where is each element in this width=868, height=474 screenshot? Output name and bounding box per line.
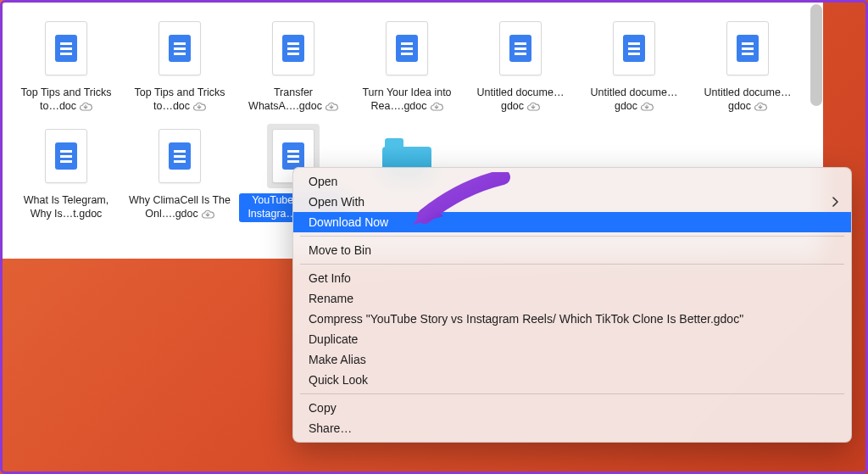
gdoc-icon: [40, 124, 92, 188]
chevron-right-icon: [832, 197, 839, 207]
file-item[interactable]: Untitled docume…gdoc: [691, 13, 804, 120]
file-label: Turn Your Idea into Rea….gdoc: [353, 86, 461, 114]
file-item[interactable]: Top Tips and Tricks to…doc: [123, 13, 236, 120]
gdoc-icon: [608, 16, 660, 81]
file-item[interactable]: Why ClimaCell Is The Onl….gdoc: [123, 120, 236, 228]
menu-rename[interactable]: Rename: [293, 288, 851, 309]
file-item[interactable]: Untitled docume…gdoc: [577, 13, 691, 120]
file-label: Why ClimaCell Is The Onl….gdoc: [125, 193, 234, 221]
gdoc-icon: [494, 16, 547, 81]
gdoc-icon: [153, 124, 206, 188]
menu-quick-look[interactable]: Quick Look: [293, 370, 851, 390]
gdoc-icon: [267, 16, 320, 81]
scrollbar[interactable]: [810, 4, 822, 106]
cloud-download-icon: [325, 100, 338, 114]
menu-separator: [300, 236, 844, 237]
menu-separator: [300, 393, 844, 394]
menu-separator: [300, 264, 844, 265]
menu-share[interactable]: Share…: [293, 418, 851, 438]
menu-move-to-bin[interactable]: Move to Bin: [293, 240, 851, 260]
menu-duplicate[interactable]: Duplicate: [293, 329, 851, 349]
cloud-download-icon: [79, 100, 92, 114]
file-item[interactable]: Top Tips and Tricks to…doc: [9, 13, 123, 120]
file-label: Untitled docume…gdoc: [466, 86, 575, 114]
gdoc-icon: [153, 16, 206, 81]
menu-copy[interactable]: Copy: [293, 398, 851, 418]
menu-get-info[interactable]: Get Info: [293, 268, 851, 288]
cloud-download-icon: [754, 100, 767, 114]
file-item[interactable]: Transfer WhatsA….gdoc: [236, 13, 350, 120]
file-item[interactable]: Turn Your Idea into Rea….gdoc: [350, 13, 464, 120]
menu-compress[interactable]: Compress "YouTube Story vs Instagram Ree…: [293, 309, 851, 329]
gdoc-icon: [40, 16, 92, 81]
cloud-download-icon: [201, 208, 214, 221]
file-item[interactable]: Untitled docume…gdoc: [464, 13, 577, 120]
file-label: Untitled docume…gdoc: [580, 86, 688, 114]
file-label: Untitled docume…gdoc: [693, 86, 802, 114]
menu-download-now[interactable]: Download Now: [293, 212, 851, 232]
cloud-download-icon: [526, 100, 540, 114]
file-label: Top Tips and Tricks to…doc: [125, 86, 234, 114]
context-menu: Open Open With Download Now Move to Bin …: [292, 167, 852, 443]
menu-open-with[interactable]: Open With: [293, 192, 851, 212]
file-label: Top Tips and Tricks to…doc: [12, 86, 120, 114]
file-label: Transfer WhatsA….gdoc: [239, 86, 348, 114]
gdoc-icon: [381, 16, 433, 81]
cloud-download-icon: [430, 100, 443, 114]
gdoc-icon: [721, 16, 774, 81]
menu-make-alias[interactable]: Make Alias: [293, 349, 851, 370]
cloud-download-icon: [192, 100, 206, 114]
menu-open-with-label: Open With: [309, 195, 364, 209]
file-item[interactable]: What Is Telegram, Why Is…t.gdoc: [9, 120, 123, 228]
menu-open[interactable]: Open: [293, 171, 851, 192]
file-label: What Is Telegram, Why Is…t.gdoc: [12, 193, 120, 221]
cloud-download-icon: [640, 100, 654, 114]
